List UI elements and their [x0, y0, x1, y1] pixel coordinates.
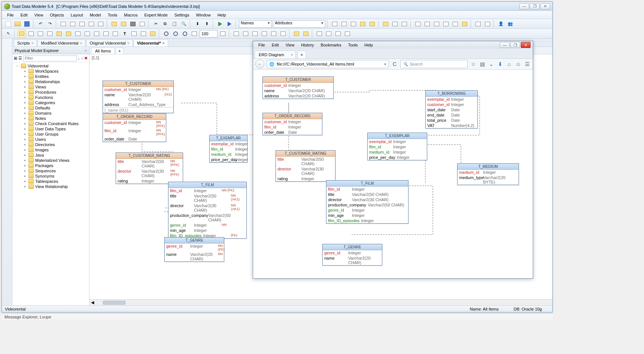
entity-t_customer_rating[interactable]: T_CUSTOMER_RATINGtitleVarchar2(50 CHAR)N…	[116, 152, 183, 184]
bmenu-bookmarks[interactable]: Bookmarks	[318, 42, 344, 48]
tool-btn-21[interactable]	[451, 20, 459, 28]
tool-btn-13[interactable]	[368, 20, 376, 28]
entity-t_film[interactable]: T_FILMfilm_idIntegerNN (PK)titleVarchar2…	[168, 182, 247, 239]
tree-node[interactable]: +Tablespaces	[12, 179, 89, 184]
tool-btn-1[interactable]	[59, 20, 67, 28]
entity-t_borrowing[interactable]: T_BORROWINGexemplar_idIntegercustomer_id…	[425, 90, 478, 128]
bmenu-file[interactable]: File	[255, 42, 268, 48]
maximize-button[interactable]: ❐	[530, 3, 540, 9]
reload-button[interactable]: C	[391, 61, 398, 67]
rail-btn[interactable]	[3, 40, 11, 47]
tree-node[interactable]: +Users	[12, 137, 89, 142]
menu-macros[interactable]: Macros	[121, 12, 140, 18]
tool-btn-23[interactable]	[474, 20, 482, 28]
tree-node[interactable]: +Materialized Views	[12, 158, 89, 163]
workspace-tab-all[interactable]: All Items	[91, 48, 115, 54]
tool-btn-22[interactable]	[461, 20, 469, 28]
browser-minimize-button[interactable]: —	[500, 42, 510, 48]
run-compare-button[interactable]	[225, 20, 234, 28]
tree-root[interactable]: −Videorental	[12, 63, 89, 69]
download-icon[interactable]: ⬇	[497, 61, 504, 67]
tool-btn-8[interactable]	[138, 20, 146, 28]
close-icon[interactable]: ×	[31, 41, 34, 45]
entity-t_exemplar[interactable]: T_EXEMPLARexemplar_idIntegerNNfilm_idInt…	[209, 135, 247, 163]
align-tool-4[interactable]	[260, 30, 268, 38]
browser-tab-erd[interactable]: ERD Diagram×	[255, 51, 296, 58]
cut-button[interactable]: ✂	[152, 20, 160, 28]
tree-node[interactable]: +Check Constraint Rules	[12, 121, 89, 126]
tree-node[interactable]: +Views	[12, 84, 89, 90]
bmenu-history[interactable]: History	[298, 42, 317, 48]
tool-btn-14[interactable]	[382, 20, 390, 28]
tool-btn-18[interactable]	[423, 20, 431, 28]
explorer-filter-input[interactable]	[23, 55, 77, 61]
display-names-select[interactable]: Names	[239, 20, 272, 28]
import-button[interactable]: ⬇	[193, 20, 201, 28]
layout-tool-13[interactable]	[139, 30, 148, 38]
tree-node[interactable]: +Images	[12, 147, 89, 152]
tool-btn-11[interactable]	[349, 20, 358, 28]
pocket-icon[interactable]: ⌄	[488, 61, 495, 67]
tool-btn-7[interactable]	[119, 20, 128, 28]
align-tool-6[interactable]	[279, 30, 287, 38]
close-icon[interactable]: ×	[127, 41, 130, 45]
tool-btn-17[interactable]	[414, 20, 422, 28]
menu-model[interactable]: Model	[87, 12, 104, 18]
tab-modified[interactable]: Modified Videorental×	[37, 39, 85, 46]
tool-btn-15[interactable]	[391, 20, 399, 28]
tree-node[interactable]: +Sequences	[12, 168, 89, 173]
arrow-down-icon[interactable]: ↓	[78, 56, 80, 61]
grid-tool-1[interactable]	[292, 30, 301, 38]
align-tool-5[interactable]	[270, 30, 278, 38]
tool-btn-2[interactable]	[69, 20, 77, 28]
scroll-thumb[interactable]	[103, 301, 125, 305]
open-button[interactable]	[13, 20, 22, 28]
display-tool-1[interactable]	[315, 30, 323, 38]
tool-btn-5[interactable]	[97, 20, 105, 28]
explorer-header[interactable]: Physical Model Explorer ×	[12, 47, 89, 54]
zoom-fit-tool[interactable]	[181, 30, 189, 38]
menu-window[interactable]: Window	[193, 12, 214, 18]
display-tool-3[interactable]	[334, 30, 342, 38]
entity-t_order_record[interactable]: T_ORDER_RECORDcustomer_idIntegerNN (PFK)…	[103, 114, 166, 142]
tree-node[interactable]: +User Groups	[12, 131, 89, 137]
tool-btn-9[interactable]	[331, 20, 339, 28]
browser-search-input[interactable]: 🔍 Search	[400, 60, 468, 68]
tree-node[interactable]: +Functions	[12, 95, 89, 100]
layout-tool-7[interactable]	[74, 30, 82, 38]
run-button[interactable]	[216, 20, 224, 28]
layout-tool-8[interactable]	[83, 30, 91, 38]
browser-close-button[interactable]: ✕	[521, 42, 531, 48]
tool-btn-16[interactable]	[400, 20, 408, 28]
layout-tool-9[interactable]	[92, 30, 101, 38]
find-button[interactable]: 🔍	[180, 20, 188, 28]
tool-btn-10[interactable]	[340, 20, 348, 28]
align-tool-1[interactable]	[232, 30, 240, 38]
back-button[interactable]: ←	[255, 60, 264, 69]
zoom-100-tool[interactable]	[219, 30, 227, 38]
layout-tool-6[interactable]	[64, 30, 73, 38]
tree-node[interactable]: +WorkSpaces	[12, 69, 89, 74]
browser-maximize-button[interactable]: ❐	[510, 42, 520, 48]
tree-node[interactable]: +Categories	[12, 100, 89, 105]
display-tool-2[interactable]	[325, 30, 333, 38]
close-icon[interactable]: ×	[162, 41, 165, 45]
tab-original[interactable]: Original Videorental×	[86, 39, 133, 46]
new-button[interactable]	[4, 20, 12, 28]
zoom-box-tool[interactable]	[190, 30, 198, 38]
tool-btn-4[interactable]	[87, 20, 95, 28]
horizontal-scrollbar[interactable]: ◀	[89, 299, 552, 305]
close-icon[interactable]: ×	[291, 52, 293, 57]
export-button[interactable]: ⬆	[203, 20, 211, 28]
display-tool-4[interactable]	[343, 30, 352, 38]
tool-btn-24[interactable]	[483, 20, 492, 28]
close-icon[interactable]: ×	[85, 48, 87, 53]
titlebar[interactable]: Toad Data Modeler 5.4 [C:\Program Files …	[2, 2, 552, 11]
bmenu-edit[interactable]: Edit	[269, 42, 282, 48]
tree-node[interactable]: +Directories	[12, 142, 89, 147]
layout-tool-3[interactable]	[36, 30, 45, 38]
user-button[interactable]: 👤	[497, 20, 505, 28]
layout-tool-11[interactable]	[111, 30, 119, 38]
list-icon[interactable]: ▤	[479, 61, 486, 67]
layout-tool-10[interactable]	[102, 30, 110, 38]
